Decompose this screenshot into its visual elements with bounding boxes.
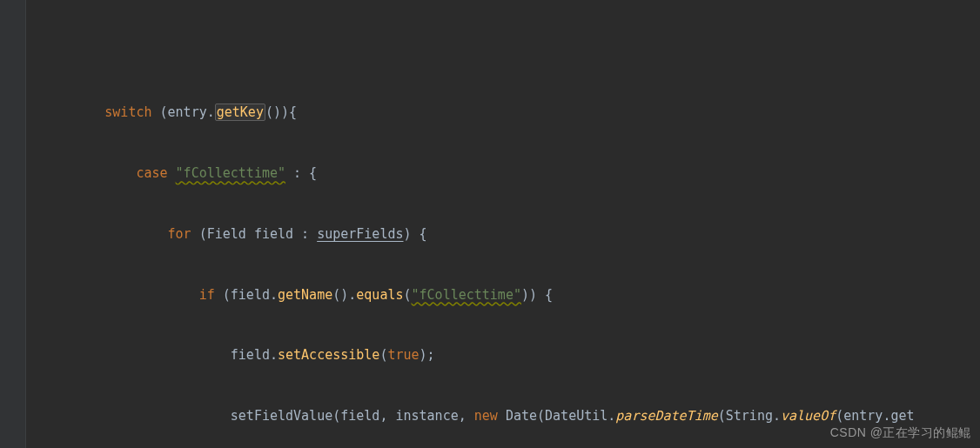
static-method: parseDateTime: [615, 408, 717, 424]
keyword-case: case: [136, 165, 167, 181]
keyword-if: if: [199, 287, 215, 303]
code-area[interactable]: switch (entry.getKey()){ case "fCollectt…: [0, 61, 980, 448]
method-call: getName: [278, 287, 332, 303]
type: Field: [207, 226, 246, 242]
code-line: case "fCollecttime" : {: [26, 164, 980, 184]
string-literal: "fCollecttime": [176, 165, 285, 181]
gutter: [0, 0, 26, 448]
code-line: if (field.getName().equals("fCollecttime…: [26, 285, 980, 305]
code-line: for (Field field : superFields) {: [26, 224, 980, 244]
code-line: switch (entry.getKey()){: [26, 103, 980, 123]
variable: superFields: [317, 226, 403, 242]
keyword-new: new: [474, 408, 498, 424]
method-call: getKey: [215, 104, 265, 121]
method-call: equals: [356, 287, 403, 303]
string-literal: "fCollecttime": [412, 287, 521, 303]
keyword-switch: switch: [104, 104, 151, 120]
keyword-for: for: [168, 226, 191, 242]
watermark: CSDN @正在学习的鲲鲲: [830, 424, 971, 443]
type: Date: [506, 408, 537, 424]
keyword-true: true: [387, 347, 419, 363]
code-line: field.setAccessible(true);: [26, 345, 980, 365]
method-call: setAccessible: [278, 347, 379, 363]
code-editor[interactable]: switch (entry.getKey()){ case "fCollectt…: [0, 0, 980, 448]
static-method: valueOf: [781, 408, 836, 424]
